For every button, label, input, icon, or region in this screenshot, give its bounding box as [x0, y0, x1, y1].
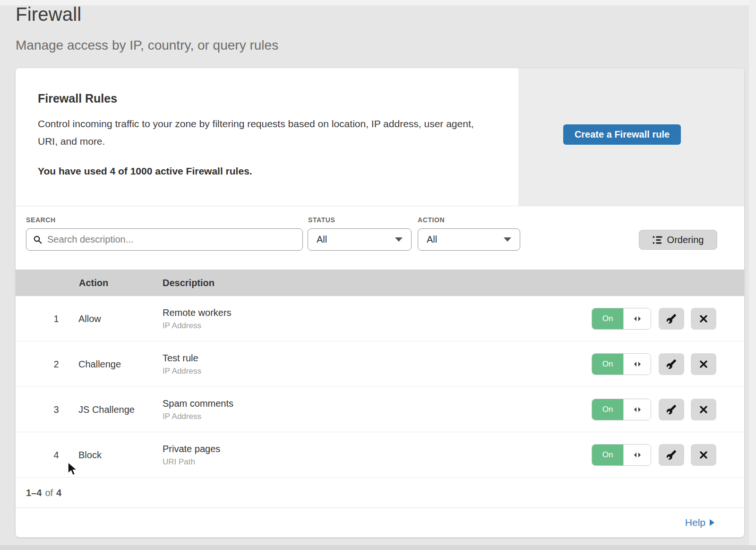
rule-description-cell: Private pages URI Path [163, 432, 220, 478]
table-row: 1 Allow Remote workers IP Address On [16, 296, 744, 341]
rule-description: Spam comments [163, 398, 233, 409]
rule-match-type: IP Address [163, 412, 233, 421]
page-subtitle: Manage access by IP, country, or query r… [16, 38, 278, 53]
window-bottom-edge [0, 545, 756, 550]
table-header: Action Description [16, 270, 744, 296]
search-input[interactable] [47, 234, 296, 245]
table-row: 4 Block Private pages URI Path On [16, 432, 744, 478]
ordered-list-icon [653, 236, 662, 244]
window-right-edge [749, 0, 756, 550]
ordering-button-label: Ordering [667, 235, 704, 245]
toggle-on-label: On [592, 354, 623, 375]
rule-action: Allow [78, 296, 101, 341]
wrench-icon [666, 404, 677, 415]
edit-rule-button[interactable] [659, 399, 684, 420]
status-label: STATUS [308, 216, 335, 224]
delete-rule-button[interactable] [691, 353, 716, 375]
rule-description-cell: Spam comments IP Address [163, 387, 233, 432]
delete-rule-button[interactable] [691, 399, 716, 420]
section-description: Control incoming traffic to your zone by… [38, 115, 494, 150]
window-top-edge [0, 0, 756, 5]
rule-enabled-toggle[interactable]: On [592, 353, 651, 375]
rule-priority: 1 [48, 296, 65, 341]
close-icon [699, 450, 708, 460]
wrench-icon [666, 314, 677, 324]
action-select[interactable]: All [418, 228, 520, 251]
firewall-rules-card: Firewall Rules Control incoming traffic … [16, 68, 744, 537]
section-heading: Firewall Rules [38, 92, 117, 105]
rule-match-type: IP Address [163, 321, 232, 331]
edit-rule-button[interactable] [659, 308, 684, 330]
rule-description: Test rule [163, 353, 201, 364]
rule-description-cell: Test rule IP Address [163, 341, 201, 387]
search-icon [33, 235, 43, 244]
ordering-button[interactable]: Ordering [639, 230, 717, 250]
rule-description-cell: Remote workers IP Address [163, 296, 232, 341]
rule-action: JS Challenge [78, 387, 135, 432]
close-icon [699, 405, 708, 414]
rule-action: Challenge [78, 341, 121, 387]
pagination-separator: of [45, 488, 53, 498]
delete-rule-button[interactable] [691, 308, 716, 330]
rules-list: 1 Allow Remote workers IP Address On [16, 296, 744, 478]
toggle-on-label: On [592, 445, 623, 465]
action-label: ACTION [418, 216, 445, 224]
edit-rule-button[interactable] [659, 353, 684, 375]
rule-description: Private pages [163, 444, 220, 454]
close-icon [699, 314, 708, 323]
help-arrow-icon [710, 519, 714, 526]
table-row: 3 JS Challenge Spam comments IP Address … [16, 387, 744, 432]
column-header-description: Description [163, 270, 215, 296]
delete-rule-button[interactable] [691, 444, 716, 466]
rule-match-type: IP Address [163, 367, 201, 376]
chevron-down-icon [504, 237, 511, 242]
toggle-arrows-icon [623, 445, 651, 465]
search-label: SEARCH [26, 216, 56, 224]
close-icon [699, 359, 708, 369]
wrench-icon [666, 359, 677, 369]
filter-bar: SEARCH STATUS All ACTION All [16, 206, 744, 270]
toggle-on-label: On [592, 308, 623, 329]
help-link-label: Help [685, 517, 705, 528]
column-header-action: Action [79, 270, 108, 296]
firewall-rules-overview: Firewall Rules Control incoming traffic … [16, 68, 744, 206]
edit-rule-button[interactable] [659, 444, 684, 466]
search-input-wrapper [26, 228, 303, 251]
rule-match-type: URI Path [163, 457, 220, 467]
create-firewall-rule-button[interactable]: Create a Firewall rule [563, 124, 681, 145]
toggle-on-label: On [592, 399, 623, 420]
create-rule-panel: Create a Firewall rule [518, 68, 744, 206]
toggle-arrows-icon [623, 308, 651, 329]
wrench-icon [666, 450, 677, 460]
rule-enabled-toggle[interactable]: On [592, 444, 651, 466]
rule-enabled-toggle[interactable]: On [592, 399, 651, 420]
pagination-range: 1–4 [26, 488, 42, 498]
rule-priority: 2 [48, 341, 65, 387]
pagination-total: 4 [56, 488, 61, 498]
table-row: 2 Challenge Test rule IP Address On [16, 341, 744, 387]
status-select[interactable]: All [308, 228, 412, 251]
status-select-value: All [317, 234, 327, 245]
rule-enabled-toggle[interactable]: On [592, 308, 651, 330]
firewall-page: Firewall Manage access by IP, country, o… [0, 0, 756, 550]
rule-priority: 4 [48, 432, 65, 478]
usage-note: You have used 4 of 1000 active Firewall … [38, 166, 252, 177]
help-link[interactable]: Help [685, 517, 714, 528]
pagination: 1–4 of 4 [16, 478, 744, 507]
chevron-down-icon [395, 237, 403, 242]
rule-priority: 3 [48, 387, 65, 432]
toggle-arrows-icon [623, 354, 651, 375]
card-footer: Help [16, 507, 744, 537]
action-select-value: All [427, 234, 437, 245]
page-title: Firewall [16, 4, 81, 25]
toggle-arrows-icon [623, 399, 651, 420]
rule-action: Block [78, 432, 102, 478]
rule-description: Remote workers [163, 307, 232, 318]
